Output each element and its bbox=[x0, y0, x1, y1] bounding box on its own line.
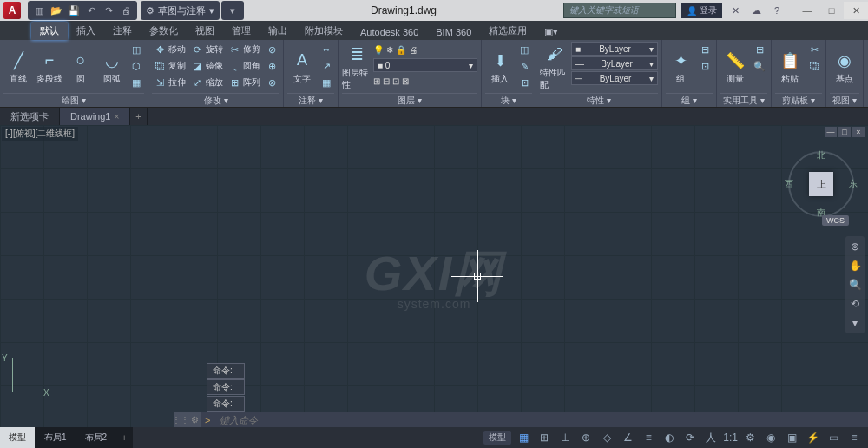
maximize-button[interactable]: □ bbox=[819, 2, 844, 19]
linetype-dropdown[interactable]: ─ByLayer▾ bbox=[571, 71, 658, 85]
tab-manage[interactable]: 管理 bbox=[223, 22, 260, 40]
match-props-button[interactable]: 🖌特性匹配 bbox=[540, 42, 569, 93]
tab-annotate[interactable]: 注释 bbox=[104, 22, 141, 40]
tab-overflow[interactable]: ▣▾ bbox=[536, 23, 567, 40]
panel-title-group[interactable]: 组▾ bbox=[666, 93, 713, 107]
cmdline-options[interactable]: ⚙ bbox=[187, 412, 201, 427]
draw-extra-2[interactable]: ⬡ bbox=[128, 58, 144, 74]
exchange-icon[interactable]: ✕ bbox=[727, 3, 743, 18]
tab-insert[interactable]: 插入 bbox=[68, 22, 104, 40]
panel-title-clipboard[interactable]: 剪贴板▾ bbox=[775, 93, 822, 107]
help-icon[interactable]: ? bbox=[769, 3, 785, 18]
search-input[interactable]: 键入关键字或短语 bbox=[563, 3, 676, 18]
transparency-toggle[interactable]: ◐ bbox=[661, 429, 678, 446]
panel-title-annot[interactable]: 注释▾ bbox=[287, 93, 334, 107]
workspace-selector[interactable]: ⚙ 草图与注释 ▾ bbox=[141, 1, 220, 20]
rotate-button[interactable]: ⟳旋转 bbox=[189, 42, 225, 57]
mirror-button[interactable]: ◪镜像 bbox=[189, 58, 225, 74]
viewcube-east[interactable]: 东 bbox=[849, 178, 858, 190]
tab-a360[interactable]: Autodesk 360 bbox=[352, 24, 427, 40]
open-icon[interactable]: 📂 bbox=[49, 3, 64, 18]
fillet-button[interactable]: ◟圆角 bbox=[227, 58, 262, 74]
ortho-toggle[interactable]: ⊥ bbox=[556, 429, 574, 446]
layout-tab-model[interactable]: 模型 bbox=[0, 427, 36, 448]
viewcube-west[interactable]: 西 bbox=[785, 178, 793, 190]
util-2[interactable]: 🔍 bbox=[752, 58, 767, 74]
arc-button[interactable]: ◡圆弧 bbox=[97, 42, 127, 93]
trim-button[interactable]: ✂修剪 bbox=[227, 42, 262, 57]
block-edit[interactable]: ✎ bbox=[516, 58, 532, 74]
table-button[interactable]: ▦ bbox=[319, 75, 334, 90]
login-button[interactable]: 👤 登录 bbox=[681, 3, 722, 18]
array-button[interactable]: ⊞阵列 bbox=[227, 75, 262, 90]
line-button[interactable]: ╱直线 bbox=[3, 42, 33, 93]
print-icon[interactable]: 🖨 bbox=[118, 3, 134, 18]
viewcube[interactable]: 上 北 南 东 西 bbox=[788, 151, 854, 217]
drawing-canvas[interactable]: [-][俯视][二维线框] — □ × GXI网 system.com Y X … bbox=[0, 125, 868, 427]
dim-button[interactable]: ↔ bbox=[319, 42, 334, 57]
panel-title-block[interactable]: 块▾ bbox=[485, 93, 532, 107]
layer-states[interactable]: 💡❄🔒🖨 bbox=[373, 42, 477, 57]
stretch-button[interactable]: ⇲拉伸 bbox=[152, 75, 187, 90]
snap-toggle[interactable]: ⊞ bbox=[536, 429, 553, 446]
doc-tab-current[interactable]: Drawing1× bbox=[60, 108, 130, 125]
viewport-label[interactable]: [-][俯视][二维线框] bbox=[2, 127, 78, 141]
modify-extra-2[interactable]: ⊕ bbox=[264, 58, 279, 74]
qat-more-icon[interactable]: ▾ bbox=[225, 3, 240, 18]
doc-tab-add[interactable]: + bbox=[130, 108, 147, 125]
vp-maximize[interactable]: □ bbox=[838, 127, 851, 137]
wcs-badge[interactable]: WCS bbox=[822, 215, 849, 226]
modify-extra-3[interactable]: ⊗ bbox=[264, 75, 279, 90]
cloud-icon[interactable]: ☁ bbox=[748, 3, 764, 18]
scale-button[interactable]: ⤢缩放 bbox=[189, 75, 225, 90]
isolate-toggle[interactable]: ▣ bbox=[783, 429, 800, 446]
save-icon[interactable]: 💾 bbox=[66, 3, 82, 18]
base-button[interactable]: ◉基点 bbox=[830, 42, 859, 93]
copy-clip-button[interactable]: ⿻ bbox=[806, 58, 822, 74]
circle-button[interactable]: ○圆 bbox=[66, 42, 95, 93]
polar-toggle[interactable]: ⊕ bbox=[577, 429, 595, 446]
panel-title-util[interactable]: 实用工具▾ bbox=[720, 93, 767, 107]
nav-pan-icon[interactable]: ✋ bbox=[847, 258, 863, 273]
panel-title-modify[interactable]: 修改▾ bbox=[152, 93, 279, 107]
annotation-scale[interactable]: 人 bbox=[702, 429, 720, 446]
block-create[interactable]: ◫ bbox=[516, 42, 532, 57]
ungroup-button[interactable]: ⊟ bbox=[697, 42, 713, 57]
model-badge[interactable]: 模型 bbox=[483, 431, 511, 445]
layer-props-button[interactable]: ≣图层特性 bbox=[342, 42, 372, 93]
leader-button[interactable]: ↗ bbox=[319, 58, 334, 74]
grid-toggle[interactable]: ▦ bbox=[515, 429, 532, 446]
panel-title-layers[interactable]: 图层▾ bbox=[342, 93, 477, 107]
tab-bim360[interactable]: BIM 360 bbox=[427, 24, 480, 40]
layout-tab-add[interactable]: + bbox=[116, 427, 133, 448]
draw-extra-3[interactable]: ▦ bbox=[128, 75, 144, 90]
insert-block-button[interactable]: ⬇插入 bbox=[485, 42, 515, 93]
clean-screen[interactable]: ▭ bbox=[825, 429, 842, 446]
draw-extra-1[interactable]: ◫ bbox=[128, 42, 144, 57]
nav-wheel-icon[interactable]: ⊚ bbox=[847, 239, 863, 254]
vp-close[interactable]: × bbox=[852, 127, 865, 137]
layer-tools[interactable]: ⊞⊟⊡⊠ bbox=[373, 73, 477, 89]
minimize-button[interactable]: — bbox=[795, 2, 819, 19]
paste-button[interactable]: 📋粘贴 bbox=[775, 42, 805, 93]
move-button[interactable]: ✥移动 bbox=[152, 42, 187, 57]
panel-title-props[interactable]: 特性▾ bbox=[540, 93, 658, 107]
lineweight-toggle[interactable]: ≡ bbox=[640, 429, 657, 446]
copy-button[interactable]: ⿻复制 bbox=[152, 58, 187, 74]
otrack-toggle[interactable]: ∠ bbox=[619, 429, 636, 446]
viewcube-face[interactable]: 上 bbox=[809, 172, 833, 196]
text-button[interactable]: A文字 bbox=[287, 42, 317, 93]
tab-addins[interactable]: 附加模块 bbox=[296, 22, 352, 40]
nav-zoom-icon[interactable]: 🔍 bbox=[847, 277, 863, 293]
nav-more-icon[interactable]: ▾ bbox=[847, 315, 863, 331]
measure-button[interactable]: 📏测量 bbox=[720, 42, 750, 93]
block-attr[interactable]: ⊡ bbox=[516, 75, 532, 90]
tab-default[interactable]: 默认 bbox=[31, 22, 68, 40]
modify-extra-1[interactable]: ⊘ bbox=[264, 42, 279, 57]
doc-tab-new[interactable]: 新选项卡 bbox=[0, 108, 60, 125]
osnap-toggle[interactable]: ◇ bbox=[598, 429, 615, 446]
close-tab-icon[interactable]: × bbox=[114, 112, 119, 122]
close-button[interactable]: ✕ bbox=[844, 2, 868, 19]
command-input[interactable] bbox=[220, 415, 868, 425]
hardware-accel[interactable]: ⚡ bbox=[804, 429, 821, 446]
